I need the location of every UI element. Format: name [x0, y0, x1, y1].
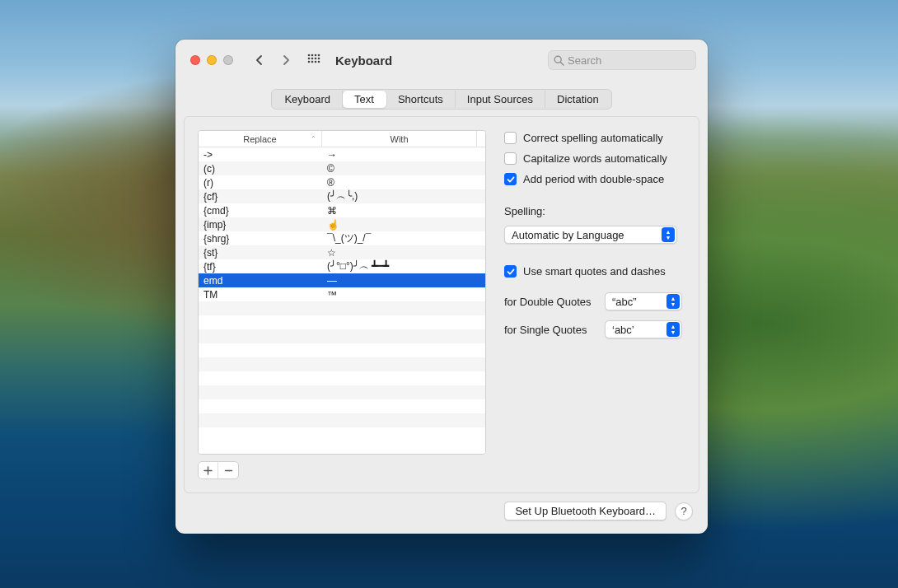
sort-indicator-icon: ⌃ — [311, 135, 316, 142]
table-row-empty — [199, 427, 485, 441]
help-button[interactable]: ? — [675, 502, 693, 520]
cell-replace: TM — [199, 287, 322, 301]
popup-arrows-icon: ▲▼ — [662, 227, 675, 242]
search-input[interactable] — [568, 54, 690, 67]
column-header-replace[interactable]: Replace ⌃ — [199, 131, 322, 147]
smart-quotes-row: Use smart quotes and dashes — [504, 265, 685, 278]
tab-shortcuts[interactable]: Shortcuts — [386, 91, 456, 108]
toolbar: Keyboard — [175, 40, 708, 81]
table-header: Replace ⌃ With — [199, 131, 485, 147]
window-minimize-button[interactable] — [207, 55, 217, 65]
single-quotes-popup[interactable]: ‘abc’ ▲▼ — [605, 320, 682, 338]
tab-text[interactable]: Text — [343, 91, 386, 108]
table-row[interactable]: {cmd}⌘ — [199, 203, 485, 217]
cell-with: ¯\_(ツ)_/¯ — [322, 231, 485, 245]
cell-replace: {cf} — [199, 189, 322, 203]
popup-arrows-icon: ▲▼ — [666, 322, 680, 337]
double-quotes-label: for Double Quotes — [504, 296, 596, 308]
cell-replace: emd — [199, 273, 322, 287]
table-row-empty — [199, 357, 485, 371]
double-space-checkbox[interactable] — [504, 173, 517, 185]
table-row-empty — [199, 371, 485, 385]
single-quotes-label: for Single Quotes — [504, 324, 596, 336]
add-button[interactable] — [199, 462, 218, 478]
show-all-icon[interactable] — [306, 52, 322, 68]
table-row[interactable]: {imp}☝ — [199, 217, 485, 231]
back-button[interactable] — [250, 50, 269, 70]
table-row[interactable]: {st}☆ — [199, 245, 485, 259]
capitalize-label: Capitalize words automatically — [523, 152, 667, 165]
window-zoom-button — [223, 55, 233, 65]
table-row[interactable]: ->→ — [199, 147, 485, 161]
cell-replace: (r) — [199, 175, 322, 189]
tab-dictation[interactable]: Dictation — [545, 91, 610, 108]
table-body[interactable]: ->→(c)©(r)®{cf}(╯︵╰,){cmd}⌘{imp}☝{shrg}¯… — [199, 147, 485, 454]
preferences-window: Keyboard Keyboard Text Shortcuts Input S… — [175, 40, 708, 534]
tab-bar: Keyboard Text Shortcuts Input Sources Di… — [175, 81, 708, 116]
table-row-empty — [199, 329, 485, 343]
replacements-table[interactable]: Replace ⌃ With ->→(c)©(r)®{cf}(╯︵╰,){cmd… — [198, 130, 486, 455]
cell-with: ® — [322, 175, 485, 189]
svg-point-0 — [308, 54, 311, 57]
column-header-with[interactable]: With — [322, 131, 477, 147]
svg-point-9 — [311, 61, 314, 63]
smart-quotes-label: Use smart quotes and dashes — [523, 265, 666, 278]
window-footer: Set Up Bluetooth Keyboard… ? — [175, 502, 708, 534]
table-row[interactable]: {tf}(╯°□°)╯︵ ┻━┻ — [199, 259, 485, 273]
table-row-empty — [199, 343, 485, 357]
window-close-button[interactable] — [190, 55, 200, 65]
table-row-empty — [199, 315, 485, 329]
popup-arrows-icon: ▲▼ — [666, 294, 680, 309]
double-quotes-row: for Double Quotes “abc” ▲▼ — [504, 292, 685, 310]
bluetooth-keyboard-button[interactable]: Set Up Bluetooth Keyboard… — [504, 502, 666, 520]
double-space-row: Add period with double-space — [504, 173, 685, 185]
table-row-empty — [199, 385, 485, 399]
double-quotes-value: “abc” — [612, 296, 637, 308]
column-header-spacer — [477, 131, 485, 147]
double-space-label: Add period with double-space — [523, 173, 664, 185]
svg-point-2 — [315, 54, 317, 57]
svg-point-1 — [311, 54, 314, 57]
correct-spelling-checkbox[interactable] — [504, 132, 517, 144]
svg-point-8 — [308, 61, 311, 63]
table-row-empty — [199, 399, 485, 413]
cell-replace: {shrg} — [199, 231, 322, 245]
correct-spelling-row: Correct spelling automatically — [504, 132, 685, 144]
tab-keyboard[interactable]: Keyboard — [273, 91, 343, 108]
svg-point-10 — [315, 61, 317, 63]
column-header-replace-label: Replace — [243, 134, 276, 144]
window-traffic-lights — [190, 55, 233, 65]
cell-with: (╯︵╰,) — [322, 189, 485, 203]
cell-replace: -> — [199, 147, 322, 161]
svg-point-4 — [308, 58, 311, 60]
search-field[interactable] — [548, 50, 696, 70]
table-row[interactable]: emd— — [199, 273, 485, 287]
smart-quotes-checkbox[interactable] — [504, 265, 517, 278]
tab-input-sources[interactable]: Input Sources — [456, 91, 545, 108]
svg-point-7 — [318, 58, 320, 60]
table-row[interactable]: {cf}(╯︵╰,) — [199, 189, 485, 203]
capitalize-row: Capitalize words automatically — [504, 152, 685, 165]
single-quotes-row: for Single Quotes ‘abc’ ▲▼ — [504, 320, 685, 338]
table-row[interactable]: TM™ — [199, 287, 485, 301]
cell-with: © — [322, 161, 485, 175]
spelling-popup[interactable]: Automatic by Language ▲▼ — [504, 226, 677, 244]
svg-point-5 — [311, 58, 314, 60]
table-row[interactable]: {shrg}¯\_(ツ)_/¯ — [199, 231, 485, 245]
cell-with: → — [322, 147, 485, 161]
remove-button[interactable] — [218, 462, 238, 478]
cell-replace: {tf} — [199, 259, 322, 273]
table-row-empty — [199, 413, 485, 427]
table-row[interactable]: (r)® — [199, 175, 485, 189]
cell-with: ™ — [322, 287, 485, 301]
correct-spelling-label: Correct spelling automatically — [523, 132, 663, 144]
cell-with: ☆ — [322, 245, 485, 259]
content-panel: Replace ⌃ With ->→(c)©(r)®{cf}(╯︵╰,){cmd… — [184, 116, 699, 493]
cell-replace: (c) — [199, 161, 322, 175]
cell-with: (╯°□°)╯︵ ┻━┻ — [322, 259, 485, 273]
add-remove-control — [198, 461, 239, 479]
capitalize-checkbox[interactable] — [504, 152, 517, 165]
double-quotes-popup[interactable]: “abc” ▲▼ — [605, 292, 682, 310]
table-row[interactable]: (c)© — [199, 161, 485, 175]
svg-point-3 — [318, 54, 320, 57]
